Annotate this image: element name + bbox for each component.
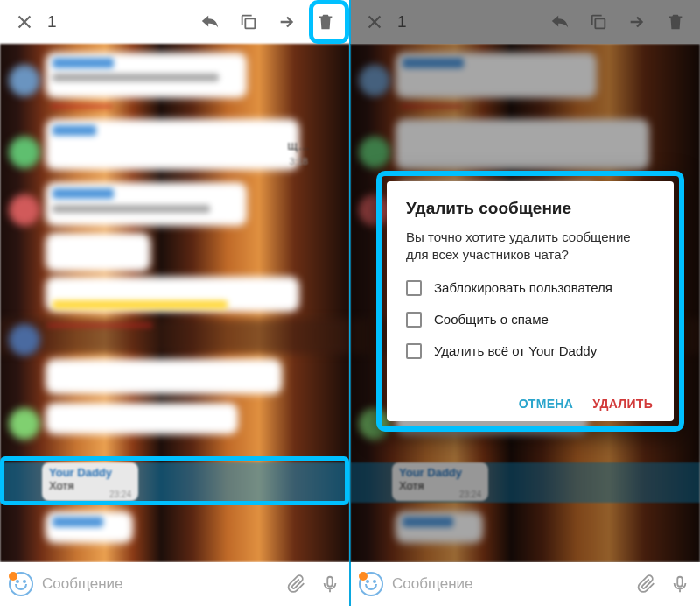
checkbox-icon (406, 343, 422, 359)
attach-icon[interactable] (630, 567, 663, 601)
message-sender: Your Daddy (49, 466, 131, 479)
forward-icon[interactable] (618, 3, 656, 41)
attach-icon[interactable] (280, 567, 313, 601)
checkbox-report-spam[interactable]: Сообщить о спаме (406, 312, 656, 328)
reply-icon[interactable] (541, 3, 579, 41)
copy-icon[interactable] (229, 3, 268, 41)
svg-rect-2 (595, 18, 605, 28)
forward-icon[interactable] (268, 3, 306, 41)
cancel-button[interactable]: ОТМЕНА (519, 397, 573, 411)
message-input[interactable]: Сообщение (388, 575, 630, 593)
trash-icon[interactable] (656, 3, 695, 41)
checkbox-icon (406, 280, 422, 296)
delete-button[interactable]: УДАЛИТЬ (592, 397, 653, 411)
svg-rect-1 (327, 577, 332, 587)
svg-rect-3 (677, 577, 682, 587)
trash-icon[interactable] (306, 3, 345, 41)
highlight-delete-dialog: Удалить сообщение Вы точно хотите удалит… (376, 171, 684, 432)
close-icon[interactable] (5, 3, 44, 41)
checkbox-icon (406, 312, 422, 328)
checkbox-delete-all[interactable]: Удалить всё от Your Daddy (406, 343, 656, 359)
delete-dialog: Удалить сообщение Вы точно хотите удалит… (387, 181, 674, 421)
checkbox-label: Заблокировать пользователя (434, 280, 612, 295)
checkbox-block-user[interactable]: Заблокировать пользователя (406, 280, 656, 296)
selection-toolbar: 1 (0, 0, 350, 44)
mic-icon[interactable] (663, 567, 696, 601)
checkbox-label: Удалить всё от Your Daddy (434, 343, 597, 358)
emoji-icon[interactable] (9, 572, 33, 596)
message-time: 23:24 (109, 490, 131, 499)
blurred-text-fragment: щ… (287, 138, 310, 152)
input-bar: Сообщение (350, 562, 700, 606)
emoji-icon[interactable] (359, 572, 383, 596)
svg-rect-0 (245, 18, 255, 28)
selection-toolbar: 1 (350, 0, 700, 44)
message-input[interactable]: Сообщение (38, 575, 280, 593)
reply-icon[interactable] (191, 3, 229, 41)
chat-background: щ… 3:18 Your Daddy Хотя 23:24 (0, 44, 350, 562)
selection-count: 1 (44, 12, 72, 32)
screenshot-left: 1 щ… 3:18 (0, 0, 350, 606)
checkbox-label: Сообщить о спаме (434, 312, 549, 327)
mic-icon[interactable] (313, 567, 346, 601)
screenshot-right: 1 Your Daddy Хотя (350, 0, 700, 606)
input-bar: Сообщение (0, 562, 350, 606)
copy-icon[interactable] (579, 3, 618, 41)
close-icon[interactable] (355, 3, 394, 41)
dialog-title: Удалить сообщение (406, 199, 656, 218)
dialog-body: Вы точно хотите удалить сообщение для вс… (406, 229, 656, 264)
selected-message-bubble[interactable]: Your Daddy Хотя 23:24 (42, 462, 138, 501)
selection-count: 1 (394, 12, 422, 32)
blurred-time-fragment: 3:18 (290, 156, 308, 166)
